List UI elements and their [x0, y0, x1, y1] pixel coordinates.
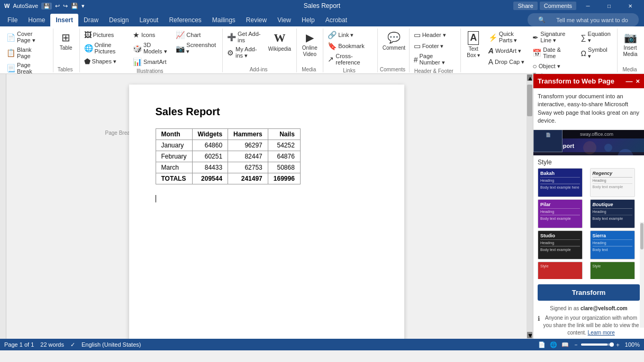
style-olive[interactable]: Style — [590, 262, 635, 279]
pictures-btn[interactable]: 🖼 Pictures — [82, 30, 129, 40]
style-sierra[interactable]: Sierra Heading Body text — [590, 230, 635, 259]
cover-page-btn[interactable]: 📄 Cover Page ▾ — [4, 30, 49, 45]
close-window-btn[interactable]: ✕ — [621, 0, 640, 12]
my-addins-btn[interactable]: ⚙ My Add-ins ▾ — [225, 45, 265, 60]
comments-btn[interactable]: Comments — [540, 2, 576, 10]
doc-vertical-scrollbar[interactable]: ▲ ▼ — [527, 74, 533, 339]
text-box-btn[interactable]: A TextBox ▾ — [463, 30, 484, 71]
insert-media-btn[interactable]: 📷 InsertMedia — [620, 30, 641, 59]
customize-btn[interactable]: ▾ — [81, 3, 85, 10]
online-video-btn[interactable]: ▶ OnlineVideo — [299, 30, 320, 59]
style-red-inner: Style — [538, 262, 582, 270]
scroll-thumb[interactable] — [527, 85, 532, 116]
style-boutique[interactable]: Boutique Heading Body text example — [590, 199, 635, 228]
text-box-icon: A — [468, 31, 479, 45]
tab-acrobat[interactable]: Acrobat — [320, 14, 352, 26]
zoom-out-btn[interactable]: － — [573, 341, 579, 349]
tab-mailings[interactable]: Mailings — [207, 14, 241, 26]
screenshot-btn[interactable]: 📷 Screenshot ▾ — [174, 41, 218, 56]
zoom-slider-track[interactable] — [581, 344, 613, 346]
tab-home[interactable]: Home — [23, 14, 50, 26]
shapes-btn[interactable]: ⬟ Shapes ▾ — [82, 56, 129, 67]
panel-close-btn[interactable]: × — [636, 77, 640, 85]
zoom-slider-thumb[interactable] — [610, 342, 614, 347]
style-pilar[interactable]: Pilar Heading Body text example — [538, 199, 583, 228]
object-btn[interactable]: ○ Object ▾ — [530, 61, 576, 71]
style-studio[interactable]: Studio Heading Body text example — [538, 230, 583, 259]
wikipedia-btn[interactable]: W Wikipedia — [267, 30, 293, 60]
chart-btn[interactable]: 📈 Chart — [174, 30, 218, 40]
online-pictures-btn[interactable]: 🌐 Online Pictures — [82, 41, 129, 55]
minimize-window-btn[interactable]: ─ — [578, 0, 597, 12]
date-time-btn[interactable]: 📅 Date & Time — [530, 45, 576, 60]
view-read-icon[interactable]: 📖 — [561, 341, 569, 348]
tab-insert[interactable]: Insert — [50, 14, 78, 26]
bookmark-btn[interactable]: 🔖 Bookmark — [325, 41, 373, 51]
restore-window-btn[interactable]: □ — [600, 0, 619, 12]
3d-models-btn[interactable]: 🎲 3D Models ▾ — [131, 41, 171, 56]
cell-march: March — [156, 162, 192, 173]
header-btn[interactable]: ▭ Header ▾ — [412, 30, 456, 40]
save-btn[interactable]: 💾 — [71, 3, 78, 10]
document-area[interactable]: Page Break Sales Report Month Widgets Ha… — [6, 74, 527, 339]
icons-btn[interactable]: ★ Icons — [131, 30, 171, 40]
language[interactable]: English (United States) — [81, 341, 141, 348]
smartart-btn[interactable]: 📊 SmartArt — [131, 57, 171, 67]
bokeh-circle-4 — [583, 141, 596, 154]
learn-more-link[interactable]: Learn more — [588, 330, 615, 336]
scroll-down-btn[interactable]: ▼ — [527, 332, 532, 338]
document-title: Sales Report — [304, 2, 340, 10]
zoom-level[interactable]: 100% — [623, 341, 640, 348]
date-time-label: Date & Time — [543, 47, 574, 59]
panel-scrollbar[interactable] — [640, 222, 644, 328]
header-footer-items: ▭ Header ▾ ▭ Footer ▾ # Page Number ▾ — [412, 30, 456, 67]
comment-btn[interactable]: 💬 Comment — [380, 30, 408, 53]
tab-layout[interactable]: Layout — [134, 14, 164, 26]
transform-button[interactable]: Transform — [538, 284, 640, 301]
share-btn[interactable]: Share — [513, 2, 537, 10]
wordart-btn[interactable]: A WordArt ▾ — [486, 45, 529, 56]
footer-btn[interactable]: ▭ Footer ▾ — [412, 41, 456, 51]
cross-reference-btn[interactable]: ↗ Cross-reference — [325, 52, 373, 67]
view-print-icon[interactable]: 📄 — [538, 341, 546, 348]
tab-review[interactable]: Review — [241, 14, 272, 26]
tab-draw[interactable]: Draw — [78, 14, 104, 26]
view-web-icon[interactable]: 🌐 — [550, 341, 557, 348]
style-regency[interactable]: Regency Heading Body text example — [590, 168, 635, 197]
page-number-btn[interactable]: # Page Number ▾ — [412, 52, 456, 67]
tab-view[interactable]: View — [272, 14, 296, 26]
style-studio-body: Heading — [540, 241, 580, 245]
autosave-toggle[interactable]: 💾 — [41, 3, 52, 10]
link-btn[interactable]: 🔗 Link ▾ — [325, 30, 373, 40]
tab-file[interactable]: File — [2, 14, 23, 26]
undo-btn[interactable]: ↩ — [55, 3, 60, 10]
preview-thumbnail: 📄 — [533, 130, 563, 152]
quick-parts-btn[interactable]: ⚡ Quick Parts ▾ — [486, 30, 529, 45]
spell-check-icon[interactable]: ✓ — [70, 341, 75, 348]
equation-btn[interactable]: ∑ Equation ▾ — [579, 30, 613, 45]
online-pictures-label: Online Pictures — [95, 42, 126, 54]
drop-cap-btn[interactable]: A Drop Cap ▾ — [486, 57, 529, 67]
search-tell-me[interactable]: 🔍 Tell me what you want to do — [528, 13, 639, 26]
cell-total-nails: 169996 — [268, 173, 300, 184]
symbol-btn[interactable]: Ω Symbol ▾ — [579, 45, 613, 61]
style-studio-inner: Studio Heading Body text example — [538, 231, 582, 254]
page-break-btn[interactable]: 📃 Page Break — [4, 61, 49, 76]
redo-btn[interactable]: ↪ — [63, 3, 68, 10]
signature-line-btn[interactable]: ✒ Signature Line ▾ — [530, 30, 576, 45]
style-bakah[interactable]: Bakah Heading Body text example here — [538, 168, 583, 197]
style-red[interactable]: Style — [538, 262, 583, 279]
zoom-in-btn[interactable]: ＋ — [615, 341, 621, 349]
panel-scroll-thumb[interactable] — [640, 223, 643, 249]
blank-page-btn[interactable]: 📋 Blank Page — [4, 45, 49, 60]
tab-references[interactable]: References — [164, 14, 206, 26]
tab-design[interactable]: Design — [104, 14, 134, 26]
drop-cap-label: Drop Cap ▾ — [495, 59, 524, 66]
ribbon-group-links: 🔗 Link ▾ 🔖 Bookmark ↗ Cross-reference Li… — [323, 29, 378, 72]
ribbon-right-actions: 🔍 Tell me what you want to do — [528, 13, 642, 26]
panel-minimize-btn[interactable]: — — [625, 77, 632, 85]
get-addins-btn[interactable]: ➕ Get Add-ins — [225, 30, 265, 44]
scroll-up-btn[interactable]: ▲ — [527, 75, 532, 81]
table-btn[interactable]: ⊞ Table — [56, 30, 77, 53]
tab-help[interactable]: Help — [296, 14, 320, 26]
